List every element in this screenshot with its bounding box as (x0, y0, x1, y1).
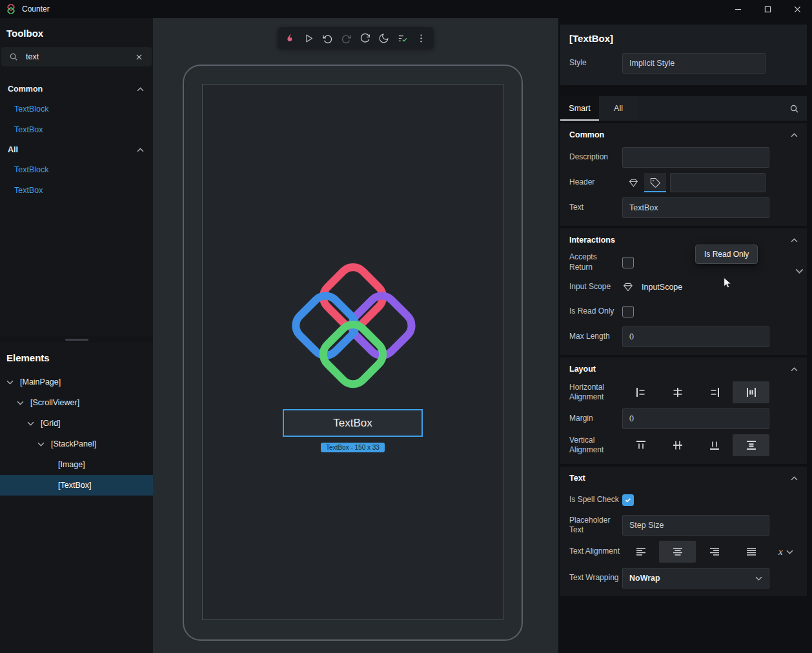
text-align-right-icon (708, 545, 721, 558)
stackpanel-preview: TextBox TextBox - 150 x 33 (203, 259, 503, 452)
minimize-button[interactable] (723, 0, 753, 18)
selected-textbox-element[interactable]: TextBox (283, 409, 423, 437)
more-options-button[interactable] (412, 29, 431, 47)
tree-item-grid[interactable]: [Grid] (0, 413, 153, 434)
undo-button[interactable] (318, 29, 337, 47)
uno-logo-image[interactable] (281, 259, 425, 395)
style-label: Style (569, 58, 622, 68)
window-title: Counter (22, 5, 50, 14)
v-align-bottom-button[interactable] (696, 434, 733, 456)
h-align-stretch-button[interactable] (733, 381, 769, 403)
input-scope-label: Input Scope (569, 282, 622, 292)
panel-splitter[interactable] (0, 336, 153, 343)
chevron-down-icon[interactable] (6, 380, 14, 385)
h-align-right-button[interactable] (696, 381, 733, 403)
hot-reload-button[interactable] (281, 29, 299, 47)
h-align-center-button[interactable] (659, 381, 696, 403)
is-spell-check-checkbox[interactable] (622, 494, 634, 506)
tab-smart[interactable]: Smart (560, 96, 599, 121)
design-canvas[interactable]: TextBox TextBox - 150 x 33 (153, 18, 558, 653)
theme-moon-icon (378, 33, 389, 44)
text-input[interactable] (622, 197, 769, 218)
clear-search-button[interactable] (134, 52, 144, 62)
placeholder-text-input[interactable] (622, 515, 769, 536)
refresh-button[interactable] (356, 29, 374, 47)
redo-icon (341, 33, 352, 44)
description-label: Description (569, 152, 622, 163)
text-align-left-button[interactable] (622, 541, 659, 563)
margin-input[interactable] (622, 408, 769, 429)
text-wrapping-value: NoWrap (629, 574, 660, 583)
tree-item-image[interactable]: [Image] (0, 454, 153, 475)
device-frame: TextBox TextBox - 150 x 33 (183, 65, 523, 641)
tree-item-stackpanel[interactable]: [StackPanel] (0, 434, 153, 454)
chevron-up-icon[interactable] (791, 476, 798, 481)
expand-more-icon[interactable] (795, 268, 804, 274)
tree-item-textbox-selected[interactable]: [TextBox] (0, 475, 153, 496)
maximize-button[interactable] (753, 0, 782, 18)
chevron-up-icon[interactable] (791, 133, 798, 137)
chevron-down-icon[interactable] (17, 401, 24, 405)
validation-icon (397, 33, 408, 44)
v-align-stretch-button[interactable] (733, 434, 769, 456)
h-align-left-button[interactable] (622, 381, 659, 403)
section-interactions: Interactions Accepts Return Input Scope … (560, 228, 807, 355)
align-center-icon (671, 386, 684, 399)
chevron-up-icon[interactable] (791, 367, 798, 372)
section-common: Common Description Header Text (560, 123, 807, 226)
inspector-title: [TextBox] (569, 33, 798, 44)
max-length-input[interactable] (622, 326, 769, 347)
input-scope-control[interactable]: InputScope (622, 281, 682, 293)
tree-item-mainpage[interactable]: [MainPage] (0, 372, 153, 392)
text-label: Text (569, 203, 622, 213)
header-literal-button[interactable] (644, 173, 666, 192)
toolbox-section-all[interactable]: All (0, 140, 153, 159)
style-input[interactable] (622, 53, 766, 74)
text-align-right-button[interactable] (696, 541, 733, 563)
font-variable-dropdown[interactable]: x (778, 547, 793, 558)
inspector-header-card: [TextBox] Style (560, 25, 807, 85)
validation-button[interactable] (393, 29, 412, 47)
toolbox-item-textblock[interactable]: TextBlock (0, 99, 153, 119)
undo-icon (322, 33, 333, 44)
toolbox-section-common[interactable]: Common (0, 79, 153, 99)
toolbox-title: Toolbox (6, 28, 147, 39)
chevron-up-icon[interactable] (791, 238, 798, 243)
chevron-down-icon[interactable] (27, 421, 34, 426)
v-align-top-button[interactable] (622, 434, 659, 456)
align-middle-icon (671, 439, 684, 452)
chevron-up-icon (137, 148, 144, 152)
left-sidebar: Toolbox Common TextBlock TextBox All Tex… (0, 18, 153, 653)
toolbox-search[interactable] (1, 47, 152, 66)
splitter-grip (65, 339, 88, 341)
chevron-down-icon[interactable] (37, 442, 45, 447)
toolbox-search-input[interactable] (26, 52, 134, 61)
header-binding-button[interactable] (622, 173, 644, 192)
play-button[interactable] (299, 29, 318, 47)
toolbox-item-textbox[interactable]: TextBox (0, 119, 153, 140)
section-label: Common (8, 85, 43, 94)
tab-all[interactable]: All (599, 96, 638, 121)
accepts-return-checkbox[interactable] (622, 257, 634, 268)
section-title: Text (569, 474, 585, 483)
header-input[interactable] (670, 173, 766, 192)
tree-item-scrollviewer[interactable]: [ScrollViewer] (0, 392, 153, 413)
toolbox-item-textbox[interactable]: TextBox (0, 180, 153, 201)
device-screen[interactable]: TextBox TextBox - 150 x 33 (202, 84, 503, 620)
text-wrapping-select[interactable]: NoWrap (622, 568, 769, 588)
tree-item-label: [TextBox] (58, 481, 91, 490)
close-button[interactable] (782, 0, 812, 18)
theme-toggle-button[interactable] (374, 29, 393, 47)
is-read-only-checkbox[interactable] (622, 306, 634, 317)
refresh-icon (360, 33, 370, 44)
text-alignment-label: Text Alignment (569, 547, 622, 557)
toolbox-item-textblock[interactable]: TextBlock (0, 159, 153, 180)
text-align-center-button[interactable] (659, 541, 696, 563)
text-align-justify-button[interactable] (733, 541, 769, 563)
description-input[interactable] (622, 147, 769, 168)
redo-button[interactable] (337, 29, 356, 47)
properties-search-button[interactable] (784, 99, 804, 118)
text-align-left-icon (634, 545, 647, 558)
v-align-center-button[interactable] (659, 434, 696, 456)
tag-icon (650, 177, 661, 188)
